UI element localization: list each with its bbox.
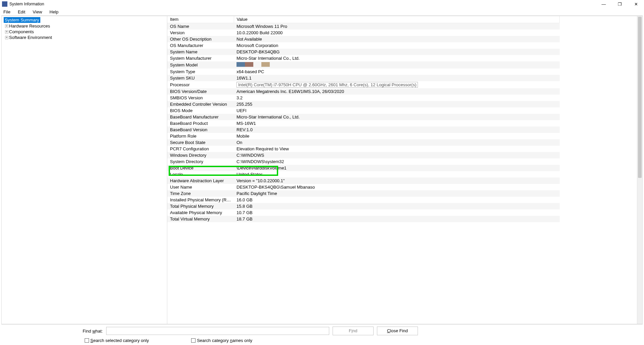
table-row[interactable]: Hardware Abstraction LayerVersion = "10.… [167,178,560,184]
tree-item-label: System Summary [4,17,40,23]
table-row[interactable]: Secure Boot StateOn [167,139,560,146]
table-row[interactable]: OS ManufacturerMicrosoft Corporation [167,42,560,49]
value-cell: DESKTOP-BKS4QBG\Samuel Mbanaso [234,184,560,190]
item-cell: Total Virtual Memory [167,216,234,222]
window-controls: — ❐ ✕ [600,2,642,7]
item-cell: Windows Directory [167,152,234,158]
table-row[interactable]: Available Physical Memory10.7 GB [167,209,560,216]
search-selected-category-checkbox[interactable]: Search selected category only [85,338,149,343]
menu-edit[interactable]: Edit [16,9,27,15]
table-row[interactable]: System SKU16W1.1 [167,75,560,81]
table-row[interactable]: SMBIOS Version3.2 [167,95,560,101]
item-cell: BaseBoard Version [167,127,234,133]
table-row[interactable]: Boot Device\Device\HarddiskVolume1 [167,165,560,171]
menu-file[interactable]: File [2,9,12,15]
table-row[interactable]: System Model [167,61,560,68]
table-row[interactable]: OS NameMicrosoft Windows 11 Pro [167,23,560,30]
item-cell: OS Manufacturer [167,42,234,49]
table-row[interactable]: Version10.0.22000 Build 22000 [167,30,560,36]
table-row[interactable]: ProcessorIntel(R) Core(TM) i7-9750H CPU … [167,81,560,88]
close-find-button[interactable]: Close Find [377,327,418,335]
tree-item-components[interactable]: + Components [2,29,167,35]
item-cell: Locale [167,171,234,178]
scroll-thumb[interactable] [638,17,642,178]
value-cell: 18.7 GB [234,216,560,222]
value-cell: 10.0.22000 Build 22000 [234,30,560,36]
value-cell: Microsoft Windows 11 Pro [234,23,560,30]
tree-item-label: Software Environment [9,35,52,40]
item-cell: Processor [167,81,234,88]
tree-pane[interactable]: System Summary + Hardware Resources + Co… [1,16,167,324]
app-icon [2,1,7,7]
vertical-scrollbar[interactable] [637,16,642,324]
list-pane: Item Value OS NameMicrosoft Windows 11 P… [167,16,643,324]
value-cell: 3.2 [234,95,560,101]
item-cell: SMBIOS Version [167,95,234,101]
item-cell: System Directory [167,158,234,165]
table-row[interactable]: System ManufacturerMicro-Star Internatio… [167,55,560,61]
item-cell: Time Zone [167,190,234,197]
table-row[interactable]: BaseBoard ManufacturerMicro-Star Interna… [167,114,560,120]
expander-icon[interactable]: + [5,24,8,28]
item-cell: System Model [167,61,234,68]
menu-help[interactable]: Help [48,9,60,15]
table-row[interactable]: LocaleUnited States [167,171,560,178]
menubar: File Edit View Help [0,8,644,15]
table-row[interactable]: Platform RoleMobile [167,133,560,139]
find-button[interactable]: Find [333,327,374,335]
table-row[interactable]: Total Physical Memory15.8 GB [167,203,560,209]
table-row[interactable]: System DirectoryC:\WINDOWS\system32 [167,158,560,165]
close-button[interactable]: ✕ [632,2,640,7]
value-cell: C:\WINDOWS [234,152,560,158]
table-row[interactable]: BaseBoard ProductMS-16W1 [167,120,560,127]
tree-item-software-environment[interactable]: + Software Environment [2,35,167,40]
menu-view[interactable]: View [31,9,43,15]
column-header-value[interactable]: Value [234,16,560,23]
table-row[interactable]: BaseBoard VersionREV:1.0 [167,127,560,133]
table-row[interactable]: System Typex64-based PC [167,68,560,75]
value-cell: Microsoft Corporation [234,42,560,49]
processor-tooltip: Intel(R) Core(TM) i7-9750H CPU @ 2.60GHz… [237,82,418,88]
value-cell: Micro-Star International Co., Ltd. [234,55,560,61]
checkbox-icon[interactable] [191,338,196,343]
item-cell: BaseBoard Manufacturer [167,114,234,120]
value-cell: American Megatrends Inc. E16W1IMS.10A, 2… [234,88,560,95]
find-input[interactable] [106,327,329,335]
table-row[interactable]: Time ZonePacific Daylight Time [167,190,560,197]
column-header-item[interactable]: Item [167,16,234,23]
table-row[interactable]: Embedded Controller Version255.255 [167,101,560,107]
value-cell: Mobile [234,133,560,139]
item-cell: Secure Boot State [167,139,234,146]
expander-icon[interactable]: + [5,30,8,34]
main-panes: System Summary + Hardware Resources + Co… [1,15,643,325]
window-title: System Information [9,2,44,6]
table-row[interactable]: Total Virtual Memory18.7 GB [167,216,560,222]
value-cell: 16W1.1 [234,75,560,81]
table-row[interactable]: BIOS Version/DateAmerican Megatrends Inc… [167,88,560,95]
maximize-button[interactable]: ❐ [616,2,624,7]
checkbox-icon[interactable] [85,338,89,343]
value-cell: C:\WINDOWS\system32 [234,158,560,165]
table-row[interactable]: User NameDESKTOP-BKS4QBG\Samuel Mbanaso [167,184,560,190]
tree-item-hardware-resources[interactable]: + Hardware Resources [2,23,167,29]
minimize-button[interactable]: — [600,2,608,7]
table-row[interactable]: Windows DirectoryC:\WINDOWS [167,152,560,158]
value-cell: Elevation Required to View [234,146,560,152]
search-category-names-checkbox[interactable]: Search category names only [191,338,252,343]
value-cell: REV:1.0 [234,127,560,133]
table-row[interactable]: BIOS ModeUEFI [167,107,560,114]
value-cell: 15.8 GB [234,203,560,209]
table-row[interactable]: System NameDESKTOP-BKS4QBG [167,49,560,55]
item-cell: BIOS Version/Date [167,88,234,95]
table-row[interactable]: Installed Physical Memory (RA...16.0 GB [167,197,560,203]
list-body[interactable]: Item Value OS NameMicrosoft Windows 11 P… [167,16,637,324]
expander-icon[interactable]: + [5,36,8,39]
table-row[interactable]: Other OS DescriptionNot Available [167,36,560,42]
tree-item-system-summary[interactable]: System Summary [2,17,167,23]
details-table: Item Value OS NameMicrosoft Windows 11 P… [167,16,560,222]
item-cell: System Manufacturer [167,55,234,61]
item-cell: Version [167,30,234,36]
table-row[interactable]: PCR7 ConfigurationElevation Required to … [167,146,560,152]
value-cell: x64-based PC [234,68,560,75]
item-cell: Installed Physical Memory (RA... [167,197,234,203]
